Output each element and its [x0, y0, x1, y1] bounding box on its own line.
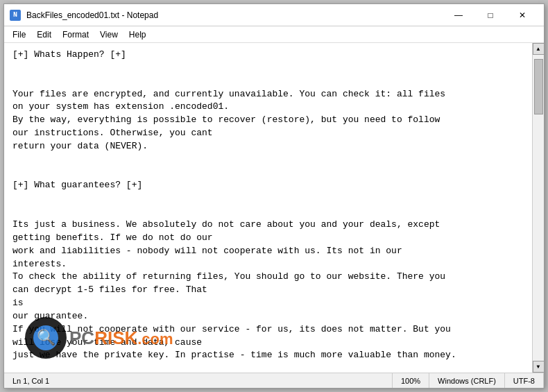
content-area: [+] Whats Happen? [+] Your files are enc…	[4, 43, 544, 373]
scroll-up-arrow[interactable]: ▲	[533, 43, 545, 55]
close-button[interactable]: ✕	[506, 4, 538, 26]
status-zoom: 100%	[393, 373, 429, 388]
menu-help[interactable]: Help	[123, 28, 152, 41]
title-bar: N BackFiles_encoded01.txt - Notepad — □ …	[4, 4, 544, 26]
status-bar: Ln 1, Col 1 100% Windows (CRLF) UTF-8	[4, 373, 544, 388]
scrollbar-thumb[interactable]	[534, 59, 543, 114]
menu-view[interactable]: View	[94, 28, 123, 41]
scrollbar-track[interactable]	[533, 55, 544, 361]
minimize-button[interactable]: —	[443, 4, 474, 26]
window-title: BackFiles_encoded01.txt - Notepad	[26, 10, 443, 20]
status-encoding: UTF-8	[505, 373, 544, 388]
menu-edit[interactable]: Edit	[31, 28, 57, 41]
menu-file[interactable]: File	[7, 28, 31, 41]
window-controls: — □ ✕	[443, 4, 538, 26]
menu-bar: File Edit Format View Help	[4, 26, 544, 43]
text-editor[interactable]: [+] Whats Happen? [+] Your files are enc…	[4, 43, 532, 373]
app-icon: N	[10, 10, 21, 21]
scroll-down-arrow[interactable]: ▼	[533, 361, 545, 373]
notepad-window: N BackFiles_encoded01.txt - Notepad — □ …	[3, 3, 545, 389]
status-position: Ln 1, Col 1	[4, 373, 393, 388]
status-line-ending: Windows (CRLF)	[429, 373, 505, 388]
menu-format[interactable]: Format	[57, 28, 94, 41]
maximize-button[interactable]: □	[474, 4, 506, 26]
vertical-scrollbar[interactable]: ▲ ▼	[532, 43, 544, 373]
